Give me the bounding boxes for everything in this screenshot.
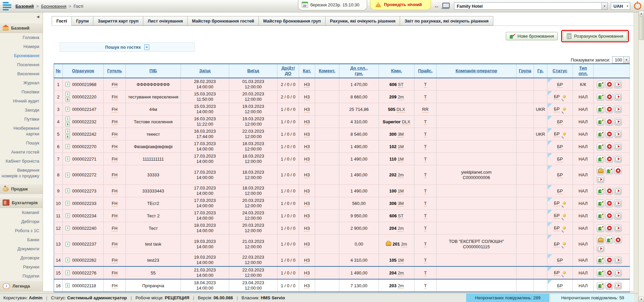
status-code[interactable]: БР — [554, 270, 559, 276]
card-button[interactable] — [614, 269, 622, 277]
dollar-icon[interactable] — [65, 134, 70, 139]
status-code[interactable]: БР — [557, 82, 563, 88]
category-code[interactable]: НЗ — [304, 213, 310, 219]
category-code[interactable]: НЗ — [304, 188, 310, 194]
price-code[interactable]: Т — [424, 213, 427, 219]
category-code[interactable]: НЗ — [304, 270, 310, 276]
sidebar-collapse-icon[interactable]: ◀ — [0, 12, 43, 19]
room-type[interactable]: 3M — [398, 132, 404, 137]
stop-button[interactable] — [605, 118, 613, 126]
status-code[interactable]: БР — [554, 201, 559, 206]
category-code[interactable]: НЗ — [304, 226, 310, 231]
card-button[interactable] — [614, 143, 622, 150]
room-type[interactable]: DLX — [402, 119, 410, 125]
room-type[interactable]: 2m — [398, 226, 404, 231]
price-code[interactable]: Т — [424, 283, 427, 289]
sidebar-item[interactable]: Документи — [0, 244, 43, 253]
edit-button[interactable] — [605, 236, 613, 244]
sidebar-item[interactable]: Дебітори — [0, 217, 43, 226]
column-header[interactable]: № — [54, 64, 63, 78]
room-type[interactable]: DLX — [397, 107, 405, 113]
sidebar-item[interactable]: Номери — [0, 42, 43, 51]
price-code[interactable]: Т — [424, 119, 427, 125]
column-header[interactable]: Готель — [104, 64, 126, 78]
dollar-icon[interactable] — [65, 97, 70, 102]
sidebar-item[interactable]: Виведення номерів з продажу — [0, 166, 43, 180]
dollar-icon[interactable] — [65, 122, 70, 127]
info-icon[interactable] — [65, 188, 70, 193]
table-row[interactable]: 140000022262FHtest2319.03.2023 14:00:002… — [54, 254, 630, 267]
hotel-code[interactable]: FH — [112, 258, 117, 263]
night-audit-warning[interactable]: Проведіть нічний — [370, 0, 431, 10]
stop-button[interactable] — [605, 282, 613, 290]
edit-button[interactable] — [597, 212, 604, 220]
vertical-scrollbar[interactable]: ▲ ▼ — [638, 11, 644, 302]
table-row[interactable]: 150000022276FH5521.03.2023 14:00:0022.03… — [54, 266, 630, 279]
table-row[interactable]: 60000022270FHФвіавфіавфівфівфі17.03.2023… — [54, 140, 630, 153]
order-account[interactable]: 0000022118 — [72, 283, 96, 288]
power-icon[interactable] — [634, 2, 641, 10]
category-code[interactable]: НЗ — [304, 107, 310, 113]
hotel-code[interactable]: FH — [112, 82, 117, 88]
category-code[interactable]: НЗ — [304, 144, 310, 150]
breadcrumb-item[interactable]: Гості — [73, 4, 83, 9]
room-type[interactable]: 2m — [401, 242, 407, 247]
price-code[interactable]: Т — [424, 172, 427, 178]
table-row[interactable]: 160000022118FHПрпрачрча18.04.2023 14:00:… — [54, 279, 630, 292]
table-row[interactable]: 90000022273FH33333344317.03.2023 14:00:0… — [54, 185, 630, 197]
category-code[interactable]: НЗ — [304, 94, 310, 100]
edit-button[interactable] — [597, 200, 604, 207]
category-code[interactable]: НЗ — [304, 132, 310, 137]
column-header[interactable]: Тип опл. — [573, 64, 594, 78]
price-code[interactable]: Т — [424, 242, 427, 247]
edit-button[interactable] — [597, 118, 604, 126]
sidebar-item[interactable]: Кабінет броніста — [0, 157, 43, 166]
table-row[interactable]: 20000022220FHтестування переселення15.03… — [54, 91, 630, 103]
hotel-code[interactable]: FH — [112, 172, 117, 178]
edit-button[interactable] — [597, 130, 604, 138]
order-account[interactable]: 0000022234 — [72, 213, 96, 218]
room-type[interactable]: 1M — [398, 188, 404, 194]
edit-button[interactable] — [597, 155, 604, 163]
column-header[interactable]: Др/Дт/ ДО — [278, 64, 299, 78]
edit-button[interactable] — [597, 224, 604, 232]
table-row[interactable]: 100000022233FHТЕст217.03.2023 14:00:0020… — [54, 197, 630, 210]
hotel-code[interactable]: FH — [112, 144, 117, 150]
sidebar-item[interactable]: Нічний аудит — [0, 96, 43, 105]
info-icon[interactable] — [65, 226, 70, 230]
stop-button[interactable] — [605, 105, 613, 113]
edit-button[interactable] — [597, 81, 604, 88]
stop-button[interactable] — [605, 269, 613, 277]
status-code[interactable]: БР — [557, 172, 563, 178]
room-type[interactable]: 1M — [398, 157, 404, 162]
category-code[interactable]: НЗ — [304, 283, 310, 289]
hotel-code[interactable]: FH — [112, 157, 117, 162]
card-button[interactable] — [614, 93, 622, 101]
column-header[interactable]: Виїзд — [229, 64, 278, 78]
table-row[interactable]: 50000022242FHтееест16.03.2023 17:44:0022… — [54, 128, 630, 140]
sidebar-item[interactable]: Заходи — [0, 105, 43, 115]
column-header[interactable]: Гр. — [534, 64, 547, 78]
price-code[interactable]: Т — [424, 201, 427, 207]
status-code[interactable]: БР — [557, 119, 563, 125]
price-code[interactable]: Т — [424, 157, 427, 162]
column-header[interactable] — [594, 64, 630, 78]
card-button[interactable] — [614, 118, 622, 126]
page-size-select[interactable]: 100 ▼ — [612, 56, 630, 63]
order-account[interactable]: 0000022232 — [72, 119, 96, 124]
edit-button[interactable] — [597, 105, 604, 113]
info-icon[interactable] — [65, 129, 70, 134]
info-icon[interactable] — [65, 270, 70, 275]
edit-button[interactable] — [597, 143, 604, 150]
category-code[interactable]: НЗ — [304, 157, 310, 162]
column-header[interactable]: Статус — [547, 64, 573, 78]
hotel-code[interactable]: FH — [112, 283, 117, 289]
column-header[interactable]: О/рахунок — [63, 64, 104, 78]
category-code[interactable]: НЗ — [304, 201, 310, 207]
info-icon[interactable] — [65, 92, 70, 96]
card-button[interactable] — [614, 200, 622, 207]
edit-button[interactable] — [597, 282, 604, 290]
tab-8[interactable]: Звіт по рахунках, які очікують рішення — [400, 16, 493, 26]
hotel-code[interactable]: FH — [112, 107, 117, 113]
tab-2[interactable]: Групи — [71, 16, 93, 26]
